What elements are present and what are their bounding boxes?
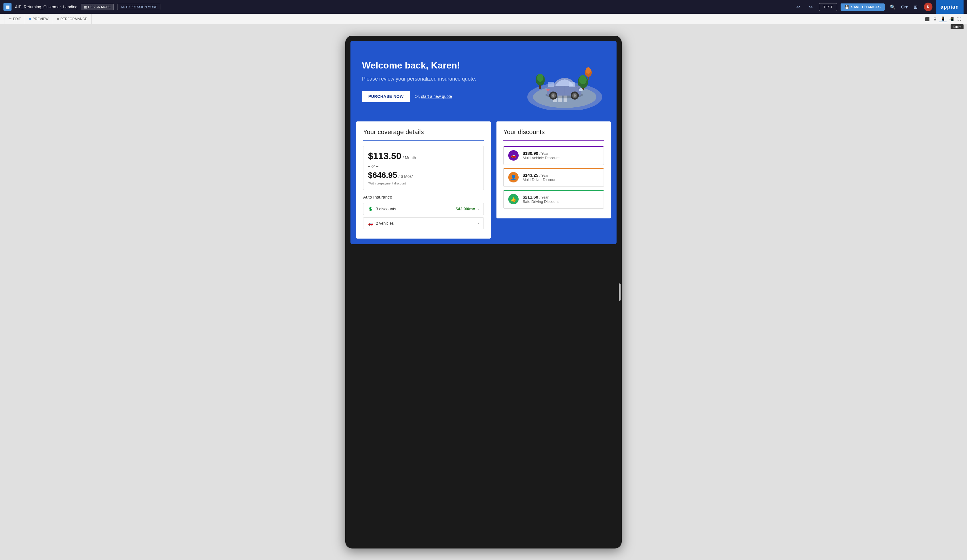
car-svg — [525, 53, 605, 110]
prepay-note: *With prepayment discount — [368, 181, 479, 185]
auto-insurance-label: Auto Insurance — [363, 194, 484, 199]
settings-button[interactable]: ⚙ ▾ — [901, 4, 908, 10]
svg-point-7 — [537, 74, 543, 82]
hero-link-text: Or, start a new quote — [415, 94, 452, 99]
performance-dot — [57, 18, 59, 20]
svg-rect-17 — [569, 82, 575, 87]
expression-mode-icon: </> — [120, 5, 125, 9]
undo-icon: ↩ — [796, 4, 800, 10]
main-area: Welcome back, Karen! Please review your … — [0, 24, 967, 560]
new-quote-link[interactable]: start a new quote — [421, 94, 452, 99]
vehicles-row-left: 🚗 2 vehicles — [368, 221, 394, 226]
vehicles-label: 2 vehicles — [376, 221, 394, 226]
save-changes-button[interactable]: 💾 SAVE CHANGES — [841, 3, 884, 11]
multi-vehicle-icon: 🚗 — [508, 150, 519, 161]
multi-vehicle-period: / Year — [540, 152, 549, 156]
top-navigation: ▦ AIP_Returning_Customer_Landing ▦ DESIG… — [0, 0, 967, 14]
save-icon: 💾 — [845, 5, 849, 9]
tablet-screen: Welcome back, Karen! Please review your … — [350, 41, 617, 244]
discounts-divider — [503, 140, 604, 141]
monthly-period: / Month — [403, 155, 416, 160]
tablet-button[interactable]: 📱 — [939, 16, 947, 22]
safe-driving-period: / Year — [540, 195, 549, 199]
app-icon: ▦ — [3, 3, 12, 11]
discounts-label: 3 discounts — [376, 207, 396, 211]
hero-actions: PURCHASE NOW Or, start a new quote — [362, 91, 500, 102]
discounts-row[interactable]: 💲 3 discounts $42.90/mo › — [363, 203, 484, 215]
multi-vehicle-name: Multi-Vehicle Discount — [523, 156, 559, 160]
test-button[interactable]: TEST — [819, 3, 837, 11]
safe-driving-icon: 👍 — [508, 194, 519, 204]
price-or: – or – — [368, 164, 479, 168]
svg-point-26 — [574, 94, 576, 97]
gear-icon: ⚙ — [901, 4, 905, 10]
app-title: AIP_Returning_Customer_Landing — [15, 5, 78, 9]
svg-point-13 — [586, 68, 591, 74]
safe-driving-name: Safe Driving Discount — [523, 199, 559, 204]
preview-dot — [29, 18, 31, 20]
discounts-card: Your discounts 🚗 $180.90 / Year Multi-Ve… — [497, 122, 611, 218]
multi-vehicle-amount: $180.90 — [523, 151, 538, 156]
discounts-row-right: $42.90/mo › — [456, 207, 479, 211]
vehicles-chevron-icon: › — [477, 221, 479, 226]
vehicles-row[interactable]: 🚗 2 vehicles › — [363, 217, 484, 229]
search-button[interactable]: 🔍 — [888, 2, 897, 12]
coverage-card: Your coverage details $113.50 / Month – … — [356, 122, 491, 239]
grid-button[interactable]: ⊞ — [911, 2, 920, 12]
car-illustration — [525, 53, 605, 110]
mobile-button[interactable]: 📲 — [948, 16, 955, 22]
redo-button[interactable]: ↪ — [806, 2, 815, 12]
grid-icon: ⊞ — [914, 4, 917, 10]
svg-point-10 — [579, 75, 587, 84]
discount-icon: 💲 — [368, 207, 373, 211]
search-icon: 🔍 — [890, 4, 896, 10]
performance-tab[interactable]: PERFORMANCE — [53, 14, 92, 24]
safe-driving-text: $211.60 / Year Safe Driving Discount — [523, 194, 559, 204]
redo-icon: ↪ — [809, 4, 813, 10]
discounts-card-title: Your discounts — [503, 128, 604, 136]
preview-tab[interactable]: PREVIEW — [25, 14, 53, 24]
multi-driver-amount: $143.25 — [523, 173, 538, 178]
safe-driving-amount: $211.60 — [523, 194, 538, 199]
coverage-card-title: Your coverage details — [363, 128, 484, 136]
price-box: $113.50 / Month – or – $646.95 / 6 Mos* … — [363, 146, 484, 190]
multi-vehicle-discount-item: 🚗 $180.90 / Year Multi-Vehicle Discount — [503, 146, 604, 165]
discounts-amount: $42.90/mo — [456, 207, 475, 211]
vehicles-row-right: › — [477, 221, 479, 226]
coverage-divider — [363, 140, 484, 141]
tablet-tooltip: Tablet — [950, 24, 964, 30]
avatar[interactable]: K — [924, 3, 932, 11]
scrollbar[interactable] — [619, 283, 620, 301]
fullscreen-button[interactable]: ⛶ — [956, 16, 962, 22]
hero-section: Welcome back, Karen! Please review your … — [350, 41, 617, 122]
multi-vehicle-text: $180.90 / Year Multi-Vehicle Discount — [523, 151, 559, 160]
svg-rect-16 — [548, 82, 554, 87]
device-switcher: ⬛ 🖥 📱 📲 ⛶ — [924, 16, 962, 22]
tablet-frame: Welcome back, Karen! Please review your … — [345, 36, 622, 548]
discounts-chevron-icon: › — [477, 207, 479, 211]
edit-tab[interactable]: ✏ EDIT — [5, 14, 25, 24]
design-mode-button[interactable]: ▦ DESIGN MODE — [81, 4, 114, 10]
svg-point-23 — [552, 94, 554, 97]
discounts-row-left: 💲 3 discounts — [368, 207, 396, 211]
expression-mode-button[interactable]: </> EXPRESSION MODE — [117, 4, 160, 10]
desktop-button[interactable]: 🖥 — [932, 16, 938, 22]
multi-driver-icon: 👤 — [508, 172, 519, 183]
multi-driver-text: $143.25 / Year Multi-Driver Discount — [523, 173, 558, 182]
widescreen-button[interactable]: ⬛ — [924, 16, 931, 22]
purchase-now-button[interactable]: PURCHASE NOW — [362, 91, 410, 102]
content-section: Your coverage details $113.50 / Month – … — [350, 122, 617, 244]
edit-icon: ✏ — [9, 17, 12, 21]
undo-button[interactable]: ↩ — [794, 2, 803, 12]
hero-content: Welcome back, Karen! Please review your … — [362, 60, 500, 102]
vehicles-icon: 🚗 — [368, 221, 373, 226]
sixmo-period: / 6 Mos* — [399, 174, 413, 179]
multi-driver-period: / Year — [540, 173, 549, 178]
hero-subtitle: Please review your personalized insuranc… — [362, 76, 500, 82]
svg-point-20 — [546, 89, 550, 91]
monthly-price: $113.50 — [368, 151, 401, 161]
safe-driving-discount-item: 👍 $211.60 / Year Safe Driving Discount — [503, 189, 604, 209]
sub-navigation: ✏ EDIT PREVIEW PERFORMANCE ⬛ 🖥 📱 📲 ⛶ — [0, 14, 967, 24]
hero-title: Welcome back, Karen! — [362, 60, 500, 71]
multi-driver-discount-item: 👤 $143.25 / Year Multi-Driver Discount — [503, 168, 604, 187]
